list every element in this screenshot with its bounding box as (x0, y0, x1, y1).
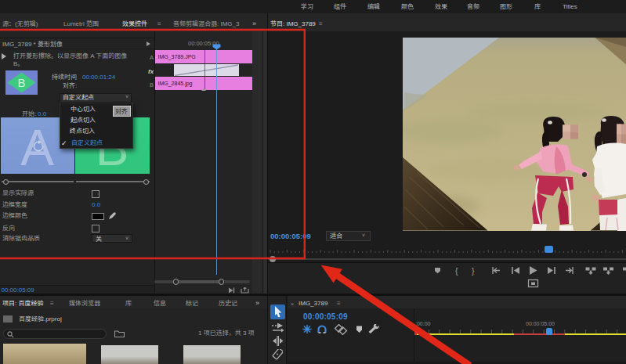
svg-text:B: B (17, 76, 25, 89)
svg-text:{: { (455, 266, 458, 276)
svg-text:}: } (472, 266, 475, 276)
